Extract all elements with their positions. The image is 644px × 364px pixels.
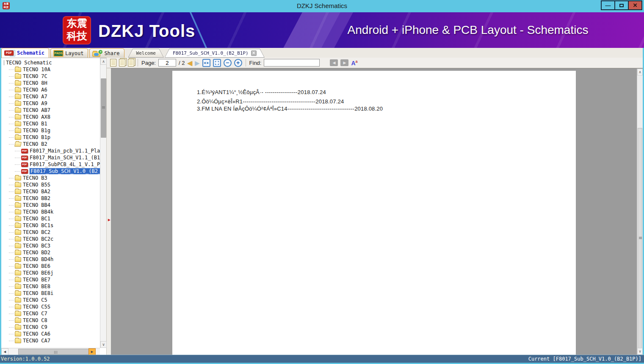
tree-guide (9, 253, 14, 253)
tree-guide (9, 314, 14, 314)
maximize-button[interactable] (614, 0, 629, 10)
tree-item-folder[interactable]: TECNO CA7 (1, 337, 100, 344)
doc-tab-welcome[interactable]: Welcome (128, 49, 164, 58)
tree-guide (9, 307, 14, 307)
folder-icon (15, 311, 21, 316)
tree-item-folder[interactable]: TECNO B1g (1, 127, 100, 134)
tree-item-folder[interactable]: TECNO BC3 (1, 242, 100, 249)
tab-share[interactable]: + Share (89, 48, 124, 58)
find-previous-button[interactable]: ◀ (330, 59, 338, 66)
tree-item-folder[interactable]: TECNO BE8i (1, 290, 100, 297)
tree-item-folder[interactable]: TECNO BB4 (1, 202, 100, 208)
zoom-in-button[interactable]: + (234, 59, 242, 67)
next-page-button[interactable]: ▶ (195, 60, 200, 66)
prev-page-button[interactable]: ◀ (187, 60, 192, 66)
tree-item-pdf[interactable]: PDFF8017_Sub_SCH_V1.0_(B2_B1P) (1, 168, 100, 175)
tree-item-label: TECNO BE7 (23, 277, 50, 283)
facing-pages-view-icon[interactable] (128, 59, 134, 67)
tree-item-folder[interactable]: TECNO 10A (1, 66, 100, 73)
company-logo: 东震 科技 (63, 16, 91, 44)
viewer-scroll-thumb[interactable] (638, 128, 642, 348)
folder-icon (15, 278, 21, 282)
match-case-button[interactable]: Aa (351, 59, 357, 67)
tab-schematic[interactable]: PDF Schematic (1, 48, 49, 58)
tree-item-folder[interactable]: TECNO AX8 (1, 114, 100, 120)
tree-item-label: TECNO B1g (23, 128, 50, 133)
tree-item-folder[interactable]: TECNO 8H (1, 80, 100, 86)
tree-item-folder[interactable]: TECNO AB7 (1, 107, 100, 114)
logo-line-1: 东震 (64, 17, 90, 30)
tree-item-pdf[interactable]: PDFF8017_SubPCB_4L_1_V.1_Placement (1, 161, 100, 168)
tree-item-folder[interactable]: TECNO BB4k (1, 208, 100, 215)
scroll-down-icon[interactable]: ∨ (100, 341, 107, 348)
folder-icon (15, 305, 21, 309)
tree-item-folder[interactable]: TECNO BC1 (1, 215, 100, 222)
tree-item-folder[interactable]: TECNO C7 (1, 310, 100, 317)
tree-item-pdf[interactable]: PDFF8017_Main_SCH_V1.1_(B1P_C1) (1, 154, 100, 161)
tree-item-folder[interactable]: TECNO B3 (1, 175, 100, 181)
zoom-out-button[interactable]: − (224, 59, 232, 67)
close-tab-icon[interactable]: ✕ (251, 50, 257, 56)
tree-item-folder[interactable]: TECNO BD2 (1, 249, 100, 256)
tree-item-folder[interactable]: TECNO BC2c (1, 236, 100, 242)
tree-item-folder[interactable]: TECNO A7 (1, 93, 100, 100)
sidebar-hscroll-thumb[interactable] (18, 349, 92, 355)
single-page-view-icon[interactable] (110, 59, 116, 67)
folder-icon (15, 318, 21, 323)
tree-root[interactable]: TECNO Schematic (1, 59, 100, 66)
tree-item-folder[interactable]: TECNO BE8 (1, 283, 100, 290)
viewer-vertical-scrollbar[interactable]: ∧ ∨ (637, 69, 643, 355)
tree-item-folder[interactable]: TECNO BE6 (1, 263, 100, 270)
scroll-up-icon[interactable]: ∧ (100, 58, 107, 65)
doc-tab-current[interactable]: F8017_Sub_SCH_V1.0_(B2_B1P) ✕ (165, 49, 265, 58)
tree-item-folder[interactable]: TECNO A9 (1, 100, 100, 107)
tree-item-folder[interactable]: TECNO BC2 (1, 229, 100, 236)
sidebar-scroll-thumb[interactable] (101, 78, 106, 138)
folder-icon (15, 94, 21, 99)
pane-splitter[interactable]: ► (107, 68, 111, 355)
scroll-right-icon[interactable]: ► (88, 348, 96, 355)
tree-item-pdf[interactable]: PDFF8017_Main_pcb_V1.1_Placement (1, 147, 100, 154)
fit-width-button[interactable]: ◄► (202, 59, 210, 67)
tree-item-folder[interactable]: TECNO BA2 (1, 188, 100, 195)
find-input[interactable] (264, 59, 320, 67)
minimize-button[interactable]: — (601, 0, 615, 10)
tree-item-folder[interactable]: TECNO BD4h (1, 256, 100, 263)
tab-layout[interactable]: PADS Layout (50, 48, 88, 58)
tree-guide (9, 334, 14, 334)
tree-item-folder[interactable]: TECNO B2 (1, 141, 100, 147)
sidebar-horizontal-scrollbar[interactable]: ◄ ► (1, 348, 100, 355)
folder-icon (15, 250, 21, 255)
tree-item-folder[interactable]: TECNO BC1s (1, 222, 100, 229)
tree-item-folder[interactable]: TECNO 7C (1, 73, 100, 80)
tree-item-folder[interactable]: TECNO C5S (1, 303, 100, 310)
tree-item-folder[interactable]: TECNO A6 (1, 86, 100, 93)
tree-item-folder[interactable]: TECNO B1 (1, 120, 100, 127)
tree-item-folder[interactable]: TECNO BE7 (1, 276, 100, 283)
continuous-view-icon[interactable] (119, 59, 125, 67)
fit-page-button[interactable] (213, 59, 221, 67)
tree-item-folder[interactable]: TECNO C5 (1, 297, 100, 303)
tree-item-folder[interactable]: TECNO B1p (1, 134, 100, 141)
tree-guide (9, 286, 14, 287)
close-button[interactable]: ✕ (628, 0, 642, 10)
tree-item-label: TECNO B2 (23, 141, 47, 147)
tree-item-folder[interactable]: TECNO B5S (1, 181, 100, 188)
tree-guide (9, 192, 14, 192)
viewer-scroll-up-icon[interactable]: ∧ (637, 69, 643, 75)
viewer-scroll-down-icon[interactable]: ∨ (637, 348, 643, 355)
tree-item-folder[interactable]: TECNO BB2 (1, 195, 100, 202)
page-input[interactable] (158, 59, 176, 67)
tree-item-label: TECNO A6 (23, 87, 47, 93)
tree-item-folder[interactable]: TECNO C8 (1, 317, 100, 324)
sidebar-vertical-scrollbar[interactable]: ∧ ∨ (100, 58, 106, 348)
scroll-left-icon[interactable]: ◄ (1, 348, 8, 355)
tree-item-folder[interactable]: TECNO C9 (1, 324, 100, 331)
tree-root-label: TECNO Schematic (6, 60, 52, 66)
tree-item-folder[interactable]: TECNO BE6j (1, 270, 100, 276)
find-next-button[interactable]: ▶ (340, 59, 348, 66)
tree-item-folder[interactable]: TECNO CA6 (1, 331, 100, 337)
tab-layout-label: Layout (65, 50, 83, 56)
tree-item-label: TECNO A9 (23, 100, 47, 106)
tree-item-label: TECNO BE6 (23, 263, 50, 269)
